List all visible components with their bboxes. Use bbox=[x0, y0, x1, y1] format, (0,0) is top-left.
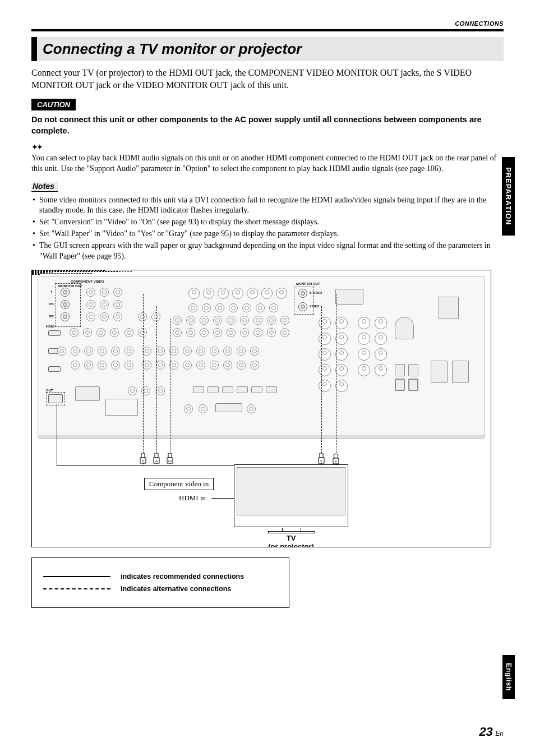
svg-text:S: S bbox=[335, 460, 336, 463]
page-title: Connecting a TV monitor or projector bbox=[43, 40, 498, 58]
side-tab-preparation: PREPARATION bbox=[502, 157, 515, 236]
note-item: Set "Conversion" in "Video" to "On" (see… bbox=[31, 217, 504, 228]
svg-rect-3 bbox=[155, 453, 158, 458]
label-hdmi: HDMI bbox=[46, 325, 54, 328]
label-svideo: S VIDEO bbox=[310, 291, 322, 294]
jack-component-y bbox=[61, 288, 70, 297]
note-item: Some video monitors connected to this un… bbox=[31, 195, 504, 216]
plug-svideo: S bbox=[332, 453, 340, 465]
antenna-icon bbox=[395, 317, 414, 339]
svg-rect-0 bbox=[141, 453, 145, 458]
note-item: Set "Wall Paper" in "Video" to "Yes" or … bbox=[31, 229, 504, 239]
caution-text: Do not connect this unit or other compon… bbox=[31, 114, 504, 137]
notes-heading: Notes bbox=[31, 182, 58, 192]
side-tab-english: English bbox=[502, 655, 515, 699]
label-component-in: Component video in bbox=[144, 478, 214, 490]
jack-svideo-out bbox=[298, 289, 307, 298]
title-band: Connecting a TV monitor or projector bbox=[31, 37, 504, 61]
tip-text: You can select to play back HDMI audio s… bbox=[31, 153, 504, 174]
legend-alternative: indicates alternative connections bbox=[121, 585, 231, 593]
connection-diagram: COMPONENT VIDEO MONITOR OUT Y PB PR HDMI bbox=[31, 270, 491, 547]
tv-monitor bbox=[234, 464, 348, 527]
port-hdmi-3 bbox=[48, 366, 61, 372]
notes-list: Some video monitors connected to this un… bbox=[31, 195, 504, 262]
label-monitor-out-right: MONITOR OUT bbox=[296, 282, 320, 285]
tip-icon: ✦✦ bbox=[31, 142, 504, 152]
legend-line-solid bbox=[43, 576, 110, 577]
jack-video-out bbox=[298, 302, 307, 311]
legend-line-dashed bbox=[43, 588, 110, 589]
svg-text:V: V bbox=[320, 459, 323, 463]
tv-label: TV (or projector) bbox=[234, 534, 348, 547]
plug-y: Y bbox=[139, 453, 147, 465]
plug-video: V bbox=[317, 453, 325, 465]
legend-box: indicates recommended connections indica… bbox=[31, 557, 289, 608]
svg-text:PR: PR bbox=[168, 460, 172, 463]
caution-badge: CAUTION bbox=[31, 99, 76, 110]
jack-component-pr bbox=[61, 312, 70, 321]
label-hdmi-in: HDMI in bbox=[179, 494, 206, 503]
plug-pb: PB bbox=[153, 453, 160, 465]
intro-paragraph: Connect your TV (or projector) to the HD… bbox=[31, 67, 504, 91]
note-item: The GUI screen appears with the wall pap… bbox=[31, 241, 504, 262]
svg-point-12 bbox=[334, 454, 338, 458]
svg-text:PB: PB bbox=[155, 460, 159, 463]
legend-recommended: indicates recommended connections bbox=[121, 573, 244, 580]
svg-text:Y: Y bbox=[142, 459, 145, 463]
svg-rect-9 bbox=[320, 453, 323, 458]
label-pr: PR bbox=[49, 315, 54, 318]
header-rule bbox=[31, 29, 504, 31]
label-video: VIDEO bbox=[310, 305, 319, 308]
label-y: Y bbox=[50, 290, 53, 293]
plug-pr: PR bbox=[166, 453, 174, 465]
svg-rect-6 bbox=[168, 453, 172, 458]
label-pb: PB bbox=[49, 302, 54, 306]
page-number: 23 En bbox=[479, 725, 504, 739]
section-header: CONNECTIONS bbox=[31, 20, 504, 27]
jack-component-pb bbox=[61, 300, 70, 309]
port-hdmi-1 bbox=[48, 330, 61, 336]
rear-panel: COMPONENT VIDEO MONITOR OUT Y PB PR HDMI bbox=[38, 276, 485, 439]
